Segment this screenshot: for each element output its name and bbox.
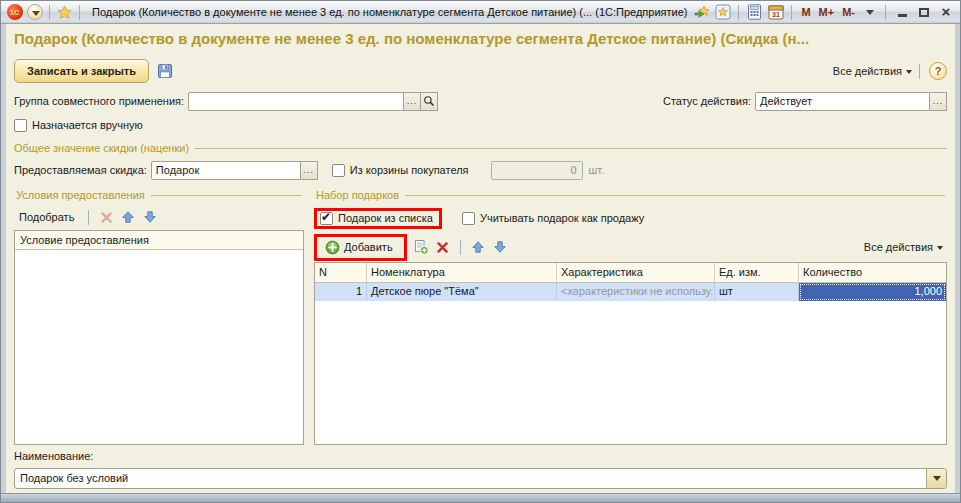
minimize-icon: [898, 14, 907, 17]
group-input[interactable]: [188, 92, 404, 111]
row-up-button[interactable]: [470, 239, 486, 255]
column-header-quantity[interactable]: Количество: [799, 263, 946, 282]
annotation-red-box: Добавить: [314, 234, 407, 261]
cell-unit[interactable]: шт: [715, 283, 799, 301]
delete-row-button[interactable]: [435, 239, 451, 255]
add-to-favorites-icon[interactable]: [693, 4, 710, 21]
checkbox-icon: [14, 119, 27, 132]
caret-down-icon: [937, 246, 943, 253]
group-label: Группа совместного применения:: [14, 95, 184, 107]
cell-nomenclature[interactable]: Детское пюре "Тёма": [367, 283, 557, 301]
column-header-characteristic[interactable]: Характеристика: [557, 263, 715, 282]
memory-recall-button[interactable]: M: [799, 6, 812, 18]
delete-condition-button[interactable]: [98, 209, 114, 225]
move-down-button[interactable]: [142, 209, 158, 225]
gifts-table-empty-area[interactable]: [315, 301, 946, 444]
copy-row-button[interactable]: [413, 239, 429, 255]
chevron-down-icon: [27, 4, 43, 20]
divider: [460, 240, 461, 255]
titlebar: 1С Подарок (Количество в документе не ме…: [1, 1, 960, 24]
help-button[interactable]: ?: [929, 62, 947, 80]
calendar-icon[interactable]: 31: [767, 4, 784, 21]
gifts-panel: Набор подарков Подарок из списка Учитыва…: [314, 183, 947, 445]
svg-text:31: 31: [772, 11, 780, 18]
close-button[interactable]: ×: [937, 4, 955, 20]
save-and-close-button[interactable]: Записать и закрыть: [14, 59, 149, 83]
divider: [79, 5, 80, 20]
name-combobox[interactable]: Подарок без условий: [14, 468, 947, 489]
manual-checkbox-row: Назначается вручную: [14, 117, 947, 133]
memory-minus-button[interactable]: M-: [840, 6, 857, 18]
conditions-list[interactable]: Условие предоставления: [14, 230, 304, 445]
form-area: Подарок (Количество в документе не менее…: [1, 24, 960, 493]
status-ellipsis-button[interactable]: ...: [930, 92, 947, 111]
gifts-all-actions-button[interactable]: Все действия: [860, 239, 947, 255]
pick-button[interactable]: Подобрать: [14, 209, 79, 225]
section-gifts: Набор подарков: [316, 188, 945, 202]
column-header-nomenclature[interactable]: Номенклатура: [367, 263, 557, 282]
minimize-button[interactable]: [893, 4, 911, 20]
group-search-button[interactable]: [421, 92, 438, 111]
app-1c-icon[interactable]: 1С: [6, 4, 23, 21]
all-actions-button[interactable]: Все действия: [829, 63, 916, 79]
arrow-up-icon: [471, 240, 485, 254]
favorites-star-icon[interactable]: [56, 4, 73, 21]
discount-input[interactable]: Подарок: [151, 161, 301, 180]
maximize-icon: [919, 8, 929, 17]
divider: [919, 64, 920, 79]
checkbox-icon: [332, 164, 345, 177]
status-field: Действует ...: [755, 92, 947, 111]
conditions-list-body[interactable]: [15, 250, 303, 444]
gifts-table-header: N Номенклатура Характеристика Ед. изм. К…: [315, 263, 946, 283]
divider: [738, 5, 739, 20]
manual-checkbox[interactable]: Назначается вручную: [14, 119, 143, 132]
combo-dropdown-button[interactable]: [926, 469, 946, 488]
conditions-toolbar: Подобрать: [14, 204, 304, 230]
calculator-icon[interactable]: [746, 4, 763, 21]
titlebar-more-button[interactable]: [861, 4, 878, 21]
manage-favorites-icon[interactable]: [714, 4, 731, 21]
move-up-button[interactable]: [120, 209, 136, 225]
conditions-list-header[interactable]: Условие предоставления: [15, 231, 303, 250]
close-icon: ×: [942, 5, 951, 19]
discount-field: Подарок ...: [151, 161, 318, 180]
gift-from-list-checkbox[interactable]: Подарок из списка: [320, 212, 433, 225]
checkbox-checked-icon: [320, 212, 333, 225]
group-ellipsis-button[interactable]: ...: [404, 92, 421, 111]
save-button[interactable]: [155, 61, 175, 81]
status-label: Статус действия:: [663, 95, 751, 107]
cell-characteristic[interactable]: <характеристики не использу...: [557, 283, 715, 301]
divider: [885, 5, 886, 20]
delete-icon: [436, 241, 449, 254]
window-title: Подарок (Количество в документе не менее…: [92, 6, 687, 18]
divider: [791, 5, 792, 20]
cell-n[interactable]: 1: [315, 283, 367, 301]
window-bottom-border: [1, 493, 960, 502]
gifts-options-row: Подарок из списка Учитывать подарок как …: [314, 204, 947, 232]
group-field: ...: [188, 92, 438, 111]
add-row-button[interactable]: Добавить: [320, 238, 398, 257]
gifts-table: N Номенклатура Характеристика Ед. изм. К…: [314, 262, 947, 445]
row-down-button[interactable]: [492, 239, 508, 255]
window-menu-button[interactable]: [26, 4, 43, 21]
column-header-n[interactable]: N: [315, 263, 367, 282]
basket-qty-input: 0: [491, 161, 583, 180]
status-input[interactable]: Действует: [755, 92, 930, 111]
arrow-down-icon: [493, 240, 507, 254]
divider: [88, 210, 89, 225]
maximize-button[interactable]: [915, 4, 933, 20]
column-header-unit[interactable]: Ед. изм.: [715, 263, 799, 282]
memory-plus-button[interactable]: M+: [817, 6, 837, 18]
footer: Наименование: Подарок без условий: [14, 447, 947, 493]
discount-ellipsis-button[interactable]: ...: [301, 161, 318, 180]
cell-quantity-selected[interactable]: 1,000: [799, 283, 946, 301]
count-as-sale-checkbox[interactable]: Учитывать подарок как продажу: [462, 212, 644, 225]
conditions-panel: Условия предоставления Подобрать Усло: [14, 183, 304, 445]
table-row[interactable]: 1 Детское пюре "Тёма" <характеристики не…: [315, 283, 946, 301]
command-bar: Записать и закрыть Все действия ?: [14, 58, 947, 84]
titlebar-tools: 31 M M+ M- ×: [693, 4, 955, 21]
discount-label: Предоставляемая скидка:: [14, 164, 147, 176]
app-window: 1С Подарок (Количество в документе не ме…: [0, 0, 961, 503]
page-title: Подарок (Количество в документе не менее…: [14, 30, 947, 52]
basket-checkbox[interactable]: Из корзины покупателя: [332, 164, 469, 177]
